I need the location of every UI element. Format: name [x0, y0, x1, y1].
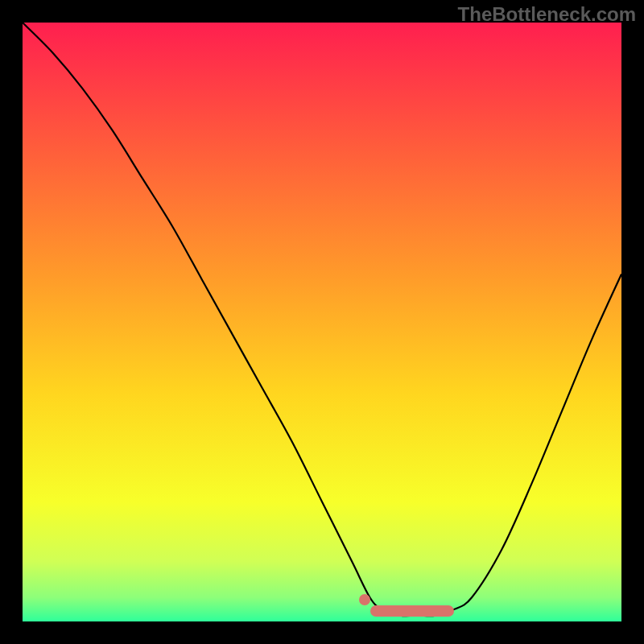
- chart-frame: [0, 0, 644, 644]
- curve-svg: [23, 23, 621, 621]
- bottleneck-curve: [23, 23, 621, 616]
- plot-area: [23, 23, 621, 621]
- optimal-range-bar: [370, 605, 454, 617]
- marker-dot: [359, 594, 370, 605]
- watermark-text: TheBottleneck.com: [458, 3, 636, 26]
- curve-layer: [23, 23, 621, 621]
